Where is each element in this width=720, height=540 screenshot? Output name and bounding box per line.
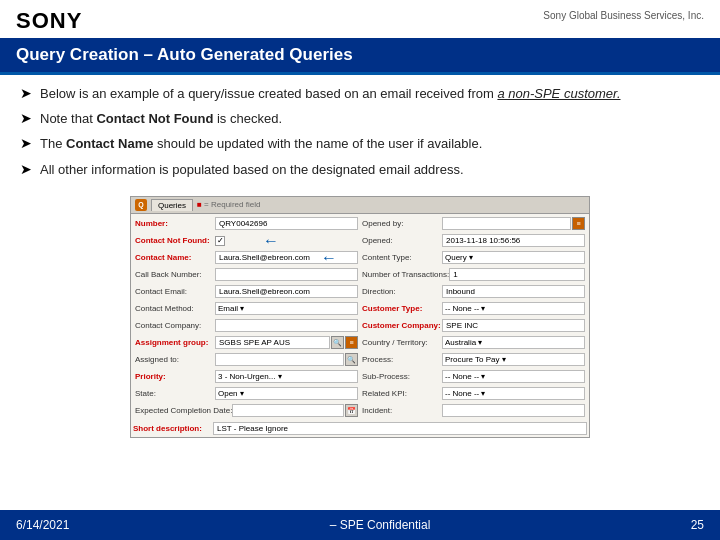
contact-name-label: Contact Name	[66, 136, 153, 151]
sub-process-label: Sub-Process:	[362, 372, 442, 381]
form-right-column: Opened by: ≡ Opened: 2013-11-18 10:56:56…	[360, 216, 587, 419]
priority-value[interactable]: 3 - Non-Urgen... ▾	[215, 370, 358, 383]
bullet-text-1: Below is an example of a query/issue cre…	[40, 85, 621, 103]
direction-label: Direction:	[362, 287, 442, 296]
opened-label: Opened:	[362, 236, 442, 245]
bullet-text-2: Note that Contact Not Found is checked.	[40, 110, 282, 128]
assigned-search-icon[interactable]: 🔍	[345, 353, 358, 366]
field-content-type: Content Type: Query ▾	[360, 250, 587, 266]
contact-method-value[interactable]: Email ▾	[215, 302, 358, 315]
field-state: State: Open ▾	[133, 386, 360, 402]
field-callback: Call Back Number:	[133, 267, 360, 283]
customer-company-value: SPE INC	[442, 319, 585, 332]
customer-type-value[interactable]: -- None -- ▾	[442, 302, 585, 315]
exp-completion-label: Expected Completion Date:	[135, 406, 232, 415]
field-contact-email: Contact Email: Laura.Shell@ebreon.com	[133, 284, 360, 300]
assignment-list-icon[interactable]: ≡	[345, 336, 358, 349]
form-screenshot: Q Queries ■ = Required field Number: QRY…	[130, 196, 590, 438]
contact-name-field-label: Contact Name:	[135, 253, 215, 262]
contact-method-label: Contact Method:	[135, 304, 215, 313]
contact-not-found-checkbox[interactable]: ✓	[215, 236, 225, 246]
sony-logo: SONY	[16, 8, 82, 34]
field-country: Country / Territory: Australia ▾	[360, 335, 587, 351]
related-kpi-label: Related KPI:	[362, 389, 442, 398]
footer-center: – SPE Confidential	[330, 518, 431, 532]
callback-value	[215, 268, 358, 281]
country-label: Country / Territory:	[362, 338, 442, 347]
number-label: Number:	[135, 219, 215, 228]
priority-label: Priority:	[135, 372, 215, 381]
header: SONY Sony Global Business Services, Inc.	[0, 0, 720, 38]
assignment-group-label: Assignment group:	[135, 338, 215, 347]
content-type-label: Content Type:	[362, 253, 442, 262]
bullet-text-3: The Contact Name should be updated with …	[40, 135, 482, 153]
related-kpi-value[interactable]: -- None -- ▾	[442, 387, 585, 400]
contact-not-found-checkbox-row: ✓	[215, 236, 225, 246]
incident-label: Incident:	[362, 406, 442, 415]
contact-not-found-label: Contact Not Found	[96, 111, 213, 126]
bullet-arrow-4: ➤	[20, 161, 32, 177]
title-bar: Query Creation – Auto Generated Queries	[0, 38, 720, 72]
bullet-item-4: ➤ All other information is populated bas…	[20, 161, 700, 179]
assigned-to-value	[215, 353, 344, 366]
content-type-value[interactable]: Query ▾	[442, 251, 585, 264]
field-exp-completion: Expected Completion Date: 📅	[133, 403, 360, 419]
contact-email-value: Laura.Shell@ebreon.com	[215, 285, 358, 298]
field-related-kpi: Related KPI: -- None -- ▾	[360, 386, 587, 402]
field-contact-not-found: Contact Not Found: ✓ ←	[133, 233, 360, 249]
process-label: Process:	[362, 355, 442, 364]
number-value: QRY0042696	[215, 217, 358, 230]
queries-icon: Q	[135, 199, 147, 211]
required-field-label: ■ = Required field	[197, 200, 260, 209]
calendar-icon[interactable]: 📅	[345, 404, 358, 417]
footer-date: 6/14/2021	[16, 518, 69, 532]
bullet-item-3: ➤ The Contact Name should be updated wit…	[20, 135, 700, 153]
field-opened-by: Opened by: ≡	[360, 216, 587, 232]
opened-by-icon[interactable]: ≡	[572, 217, 585, 230]
state-value[interactable]: Open ▾	[215, 387, 358, 400]
field-contact-company: Contact Company:	[133, 318, 360, 334]
short-desc-label: Short description:	[133, 424, 213, 433]
bullet-text-4: All other information is populated based…	[40, 161, 464, 179]
field-priority: Priority: 3 - Non-Urgen... ▾	[133, 369, 360, 385]
country-value[interactable]: Australia ▾	[442, 336, 585, 349]
field-number: Number: QRY0042696	[133, 216, 360, 232]
field-contact-name: Contact Name: Laura.Shell@ebreon.com ←	[133, 250, 360, 266]
queries-tab[interactable]: Queries	[151, 199, 193, 211]
bullet-item-1: ➤ Below is an example of a query/issue c…	[20, 85, 700, 103]
field-assigned-to: Assigned to: 🔍	[133, 352, 360, 368]
field-direction: Direction: Inbound	[360, 284, 587, 300]
bullet-arrow-1: ➤	[20, 85, 32, 101]
customer-company-label: Customer Company:	[362, 321, 442, 330]
contact-email-label: Contact Email:	[135, 287, 215, 296]
footer-page: 25	[691, 518, 704, 532]
num-transactions-value: 1	[449, 268, 585, 281]
opened-value: 2013-11-18 10:56:56	[442, 234, 585, 247]
field-short-desc: Short description: LST - Please Ignore	[131, 421, 589, 437]
assignment-search-icon[interactable]: 🔍	[331, 336, 344, 349]
bullet-list: ➤ Below is an example of a query/issue c…	[0, 75, 720, 192]
exp-completion-value	[232, 404, 344, 417]
field-customer-company: Customer Company: SPE INC	[360, 318, 587, 334]
sub-process-value[interactable]: -- None -- ▾	[442, 370, 585, 383]
company-name: Sony Global Business Services, Inc.	[543, 8, 704, 21]
opened-by-label: Opened by:	[362, 219, 442, 228]
assigned-to-label: Assigned to:	[135, 355, 215, 364]
form-body: Number: QRY0042696 Contact Not Found: ✓ …	[131, 214, 589, 421]
assignment-group-value: SGBS SPE AP AUS	[215, 336, 330, 349]
direction-value: Inbound	[442, 285, 585, 298]
contact-company-value	[215, 319, 358, 332]
field-process: Process: Procure To Pay ▾	[360, 352, 587, 368]
field-contact-method: Contact Method: Email ▾	[133, 301, 360, 317]
callback-label: Call Back Number:	[135, 270, 215, 279]
opened-by-value	[442, 217, 571, 230]
form-topbar: Q Queries ■ = Required field	[131, 197, 589, 214]
process-value[interactable]: Procure To Pay ▾	[442, 353, 585, 366]
field-opened: Opened: 2013-11-18 10:56:56	[360, 233, 587, 249]
non-spe-link: a non-SPE customer.	[497, 86, 620, 101]
arrow-contact-name: ←	[321, 249, 337, 267]
bullet-arrow-3: ➤	[20, 135, 32, 151]
arrow-contact-not-found: ←	[263, 232, 279, 250]
contact-not-found-field-label: Contact Not Found:	[135, 236, 215, 245]
footer: 6/14/2021 – SPE Confidential 25	[0, 510, 720, 540]
